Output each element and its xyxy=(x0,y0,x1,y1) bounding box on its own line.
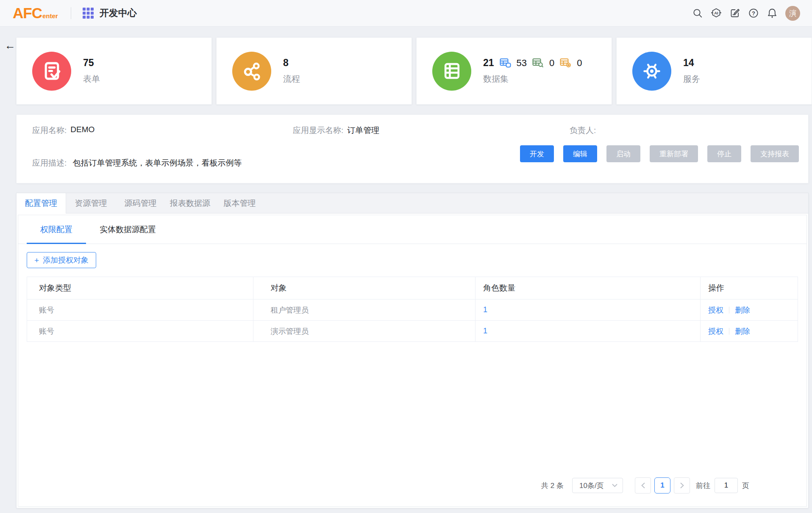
delete-link[interactable]: 删除 xyxy=(735,305,750,315)
chevron-down-icon xyxy=(612,484,617,487)
stat-value: 8 xyxy=(283,57,300,69)
topbar-divider xyxy=(71,7,71,19)
stat-card-forms: 75 表单 xyxy=(16,37,212,105)
start-button[interactable]: 启动 xyxy=(606,145,640,162)
add-authorization-label: 添加授权对象 xyxy=(43,255,89,265)
avatar-text: 演 xyxy=(789,8,796,18)
tab-content: 权限配置 实体数据源配置 + 添加授权对象 对象类型 对象 角色数量 操作 账号… xyxy=(18,215,807,507)
page-title: 开发中心 xyxy=(100,7,137,19)
app-name-value: DEMO xyxy=(70,125,95,136)
authorization-table: 对象类型 对象 角色数量 操作 账号 租户管理员 1 授权 删除 xyxy=(27,277,798,342)
top-bar: AFC enter 开发中心 AI xyxy=(0,0,812,27)
page-size-select[interactable]: 10条/页 xyxy=(572,478,623,493)
stat-value: 14 xyxy=(683,57,700,69)
prev-page-button[interactable] xyxy=(635,477,651,494)
form-icon xyxy=(32,52,71,91)
report-button[interactable]: 支持报表 xyxy=(751,145,799,162)
svg-text:?: ? xyxy=(752,10,755,17)
table-row: 账号 租户管理员 1 授权 删除 xyxy=(27,299,798,321)
table-row: 账号 演示管理员 1 授权 删除 xyxy=(27,321,798,342)
user-avatar[interactable]: 演 xyxy=(785,6,800,21)
role-count-link[interactable]: 1 xyxy=(483,305,487,314)
stat-extra-value: 0 xyxy=(549,58,554,69)
column-header-role-count: 角色数量 xyxy=(476,277,701,299)
cell-object-type: 账号 xyxy=(27,321,253,341)
stat-value: 21 xyxy=(483,57,494,69)
edit-button[interactable]: 编辑 xyxy=(563,145,597,162)
tab-resource-management[interactable]: 资源管理 xyxy=(66,193,116,213)
app-display-name-label: 应用显示名称: xyxy=(293,125,343,136)
ai-icon[interactable]: AI xyxy=(711,8,722,19)
note-icon[interactable] xyxy=(729,8,740,19)
subtab-permission-config[interactable]: 权限配置 xyxy=(27,215,86,244)
plus-icon: + xyxy=(34,256,39,264)
main-tab-bar: 配置管理 资源管理 源码管理 报表数据源 版本管理 xyxy=(17,193,808,214)
stat-label: 表单 xyxy=(83,73,100,85)
app-owner-label: 负责人: xyxy=(570,125,596,136)
table-header-row: 对象类型 对象 角色数量 操作 xyxy=(27,277,798,299)
stop-button[interactable]: 停止 xyxy=(707,145,741,162)
stat-card-datasets: 21 53 xyxy=(416,37,612,105)
dataset-db-icon xyxy=(500,58,511,68)
app-name-field: 应用名称: DEMO xyxy=(32,125,95,136)
role-count-link[interactable]: 1 xyxy=(483,327,487,336)
pagination-total: 共 2 条 xyxy=(541,481,564,491)
redeploy-button[interactable]: 重新部署 xyxy=(650,145,698,162)
stat-label: 数据集 xyxy=(483,73,582,85)
stat-cards: 75 表单 8 流程 xyxy=(16,37,812,105)
goto-page-input[interactable] xyxy=(715,478,738,493)
cell-object: 租户管理员 xyxy=(253,299,476,320)
tab-config-management[interactable]: 配置管理 xyxy=(17,193,66,214)
chevron-right-icon xyxy=(680,482,684,488)
bell-icon[interactable] xyxy=(767,8,778,19)
app-name-label: 应用名称: xyxy=(32,125,67,136)
logo-text: AFC xyxy=(13,6,42,20)
page-number-button[interactable]: 1 xyxy=(654,477,670,494)
app-description-field: 应用描述: 包括订单管理系统，表单示例场景，看板示例等 xyxy=(32,157,246,169)
app-display-name-field: 应用显示名称: 订单管理 xyxy=(293,125,379,136)
dataset-gear-icon xyxy=(560,58,571,68)
page-unit-label: 页 xyxy=(742,481,749,491)
authorize-link[interactable]: 授权 xyxy=(708,326,723,336)
column-header-object: 对象 xyxy=(253,277,476,299)
tab-version-management[interactable]: 版本管理 xyxy=(215,193,264,213)
column-header-actions: 操作 xyxy=(701,277,798,299)
stat-value: 75 xyxy=(83,57,100,69)
authorize-link[interactable]: 授权 xyxy=(708,305,723,315)
svg-text:AI: AI xyxy=(714,11,718,15)
add-authorization-button[interactable]: + 添加授权对象 xyxy=(27,252,96,268)
back-arrow-icon[interactable]: ← xyxy=(5,40,16,51)
goto-label: 前往 xyxy=(696,481,710,491)
stat-card-flows: 8 流程 xyxy=(216,37,412,105)
app-description-label: 应用描述: xyxy=(32,158,67,167)
tab-report-datasource[interactable]: 报表数据源 xyxy=(165,193,215,213)
chevron-left-icon xyxy=(641,482,645,488)
cell-object: 演示管理员 xyxy=(253,321,476,341)
dataset-search-icon xyxy=(532,58,544,68)
topbar-actions: AI ? 演 xyxy=(692,6,800,21)
develop-button[interactable]: 开发 xyxy=(520,145,554,162)
action-divider xyxy=(729,328,729,335)
permission-config-content: + 添加授权对象 对象类型 对象 角色数量 操作 账号 租户管理员 1 授权 xyxy=(18,244,806,506)
app-action-buttons: 开发 编辑 启动 重新部署 停止 支持报表 xyxy=(520,145,799,162)
dataset-icon xyxy=(432,52,471,91)
stat-label: 流程 xyxy=(283,73,300,85)
stat-extra-value: 0 xyxy=(577,58,582,69)
search-icon[interactable] xyxy=(692,8,703,19)
stat-card-services: 14 服务 xyxy=(616,37,812,105)
page-size-value: 10条/页 xyxy=(579,481,604,491)
delete-link[interactable]: 删除 xyxy=(735,326,750,336)
subtab-entity-datasource-config[interactable]: 实体数据源配置 xyxy=(86,215,170,244)
stat-label: 服务 xyxy=(683,73,700,85)
next-page-button[interactable] xyxy=(674,477,690,494)
sub-tab-bar: 权限配置 实体数据源配置 xyxy=(18,215,806,244)
help-icon[interactable]: ? xyxy=(748,8,759,19)
flow-icon xyxy=(232,52,271,91)
app-description-value: 包括订单管理系统，表单示例场景，看板示例等 xyxy=(73,158,242,167)
app-owner-field: 负责人: xyxy=(570,125,596,136)
app-display-name-value: 订单管理 xyxy=(347,125,379,136)
tab-source-management[interactable]: 源码管理 xyxy=(116,193,165,213)
stat-extra-value: 53 xyxy=(517,58,527,69)
service-gear-icon xyxy=(632,52,671,91)
pagination: 共 2 条 10条/页 1 xyxy=(541,477,749,494)
